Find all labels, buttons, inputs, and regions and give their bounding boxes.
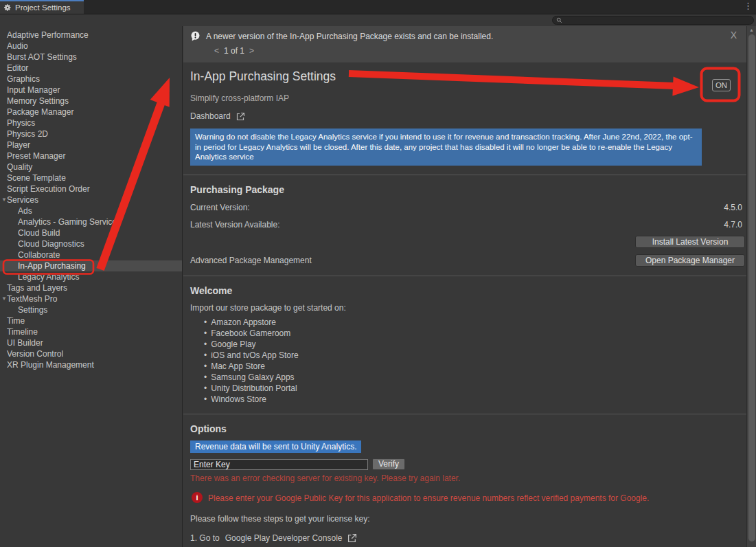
- sidebar-item-label: Timeline: [7, 327, 38, 337]
- sidebar-item-label: Burst AOT Settings: [7, 52, 77, 62]
- title-bar: Project Settings ⋮: [0, 0, 756, 14]
- latest-version-label: Latest Version Available:: [190, 220, 280, 230]
- store-name: Facebook Gameroom: [211, 328, 290, 338]
- sidebar-item[interactable]: ▼ Cloud Build: [0, 227, 182, 238]
- steps-intro: Please follow these steps to get your li…: [190, 514, 746, 524]
- sidebar-item-label: Cloud Build: [18, 228, 60, 238]
- sidebar-item-label: Script Execution Order: [7, 184, 90, 194]
- sidebar-item[interactable]: ▼ Script Execution Order: [0, 183, 182, 194]
- sidebar-item[interactable]: ▼ Physics: [0, 118, 182, 129]
- vertical-scrollbar[interactable]: ▲: [746, 26, 756, 547]
- install-latest-version-button[interactable]: Install Latest Version: [635, 236, 745, 248]
- sidebar-item[interactable]: ▼ Time: [0, 315, 182, 326]
- notification-message: A newer version of the In-App Purchasing…: [206, 32, 493, 41]
- scrollbar-thumb[interactable]: [748, 34, 755, 542]
- sidebar-item[interactable]: ▼ Settings: [0, 304, 182, 315]
- sidebar-item[interactable]: ▼ Legacy Analytics: [0, 271, 182, 282]
- welcome-intro: Import our store package to get started …: [190, 303, 746, 313]
- pager-count: 1 of 1: [224, 46, 244, 56]
- triangle-down-icon[interactable]: ▼: [1, 293, 7, 304]
- purchasing-package-title: Purchasing Package: [190, 184, 746, 195]
- sidebar-item-label: UI Builder: [7, 338, 43, 348]
- sidebar-item-label: Time: [7, 316, 25, 326]
- store-name: Samsung Galaxy Apps: [211, 372, 294, 382]
- sidebar-item[interactable]: ▼ Services: [0, 194, 182, 205]
- service-on-toggle[interactable]: ON: [712, 79, 731, 91]
- sidebar-item[interactable]: ▼ Tags and Layers: [0, 282, 182, 293]
- sidebar-item[interactable]: ▼ Package Manager: [0, 107, 182, 118]
- sidebar-item-label: Scene Template: [7, 173, 66, 183]
- sidebar-item[interactable]: ▼ Memory Settings: [0, 96, 182, 107]
- key-check-error-text: There was an error checking server for e…: [190, 473, 746, 483]
- sidebar-item[interactable]: ▼ Quality: [0, 161, 182, 172]
- store-name: Google Play: [211, 339, 255, 349]
- sidebar-item[interactable]: ▼ Collaborate: [0, 249, 182, 260]
- store-name: Amazon Appstore: [211, 317, 276, 327]
- store-list-item: •Samsung Galaxy Apps: [204, 372, 746, 383]
- sidebar-item[interactable]: ▼ Ads: [0, 205, 182, 216]
- triangle-down-icon[interactable]: ▼: [1, 194, 7, 205]
- sidebar-item[interactable]: ▼ Timeline: [0, 326, 182, 337]
- sidebar-item[interactable]: ▼ Adaptive Performance: [0, 30, 182, 41]
- kebab-menu-icon[interactable]: ⋮: [744, 1, 753, 11]
- sidebar-item-label: Input Manager: [7, 85, 60, 95]
- open-package-manager-button[interactable]: Open Package Manager: [635, 254, 745, 267]
- sidebar-item-label: Memory Settings: [7, 96, 69, 106]
- page-subtitle: Simplify cross-platform IAP: [190, 93, 746, 103]
- sidebar-item[interactable]: ▼ Audio: [0, 41, 182, 52]
- alert-bubble-icon: [190, 31, 201, 41]
- sidebar-item-label: Legacy Analytics: [18, 272, 79, 282]
- sidebar-item[interactable]: ▼ Analytics - Gaming Services: [0, 216, 182, 227]
- sidebar-item-label: Adaptive Performance: [7, 30, 89, 40]
- sidebar-item[interactable]: ▼ Burst AOT Settings: [0, 52, 182, 63]
- sidebar-item[interactable]: ▼ Physics 2D: [0, 129, 182, 139]
- sidebar-item[interactable]: ▼ Player: [0, 139, 182, 150]
- sidebar-item[interactable]: ▼ Editor: [0, 63, 182, 74]
- sidebar-item[interactable]: ▼ Scene Template: [0, 172, 182, 183]
- sidebar-item[interactable]: ▼ Cloud Diagnostics: [0, 238, 182, 249]
- sidebar-item[interactable]: ▼ XR Plugin Management: [0, 359, 182, 370]
- search-box[interactable]: [552, 16, 754, 25]
- store-list-item: •Facebook Gameroom: [204, 328, 746, 339]
- pager-next-button[interactable]: >: [249, 46, 254, 56]
- current-version-value: 4.5.0: [724, 203, 742, 212]
- sidebar-item[interactable]: ▼ Input Manager: [0, 85, 182, 96]
- store-name: iOS and tvOs App Store: [211, 350, 298, 360]
- sidebar-item[interactable]: ▼ Graphics: [0, 74, 182, 85]
- sidebar-item-label: Services: [7, 195, 38, 205]
- store-list-item: •Mac App Store: [204, 361, 746, 372]
- advanced-package-management-label: Advanced Package Management: [190, 256, 312, 265]
- notification-bar: A newer version of the In-App Purchasing…: [183, 26, 746, 63]
- notification-close-button[interactable]: X: [731, 30, 737, 41]
- sidebar-item[interactable]: ▼ Version Control: [0, 348, 182, 359]
- store-name: Unity Distribution Portal: [211, 383, 297, 393]
- license-key-input[interactable]: [190, 459, 368, 470]
- sidebar-item-label: TextMesh Pro: [7, 294, 57, 304]
- bullet-dot: •: [204, 350, 207, 360]
- store-list-item: •Windows Store: [204, 394, 746, 405]
- search-input[interactable]: [564, 16, 743, 24]
- sidebar-item-label: Ads: [18, 206, 32, 216]
- store-list-item: •Google Play: [204, 339, 746, 350]
- sidebar-item-label: Preset Manager: [7, 151, 65, 161]
- sidebar-item[interactable]: ▼ Preset Manager: [0, 150, 182, 161]
- latest-version-row: Latest Version Available: 4.7.0: [190, 220, 742, 230]
- sidebar-item[interactable]: ▼ In-App Purchasing: [0, 260, 182, 271]
- sidebar-item[interactable]: ▼ UI Builder: [0, 337, 182, 348]
- dashboard-link[interactable]: Dashboard: [190, 111, 245, 121]
- sidebar-item-label: Audio: [7, 41, 28, 51]
- inapp-purchasing-panel: A newer version of the In-App Purchasing…: [183, 26, 746, 547]
- bullet-dot: •: [204, 328, 207, 338]
- verify-button[interactable]: Verify: [372, 458, 405, 470]
- tab-project-settings[interactable]: Project Settings: [0, 0, 84, 14]
- external-link-icon[interactable]: [347, 533, 357, 543]
- store-list-item: •Unity Distribution Portal: [204, 383, 746, 394]
- google-play-console-link[interactable]: Google Play Developer Console: [225, 533, 343, 543]
- external-link-icon: [236, 112, 245, 121]
- pager-prev-button[interactable]: <: [214, 46, 219, 56]
- sidebar-item[interactable]: ▼ TextMesh Pro: [0, 293, 182, 304]
- sidebar-item-label: Graphics: [7, 74, 40, 84]
- sidebar-item-label: Package Manager: [7, 107, 73, 117]
- scroll-up-arrow-icon[interactable]: ▲: [747, 26, 756, 34]
- sidebar-item-label: Settings: [18, 305, 47, 315]
